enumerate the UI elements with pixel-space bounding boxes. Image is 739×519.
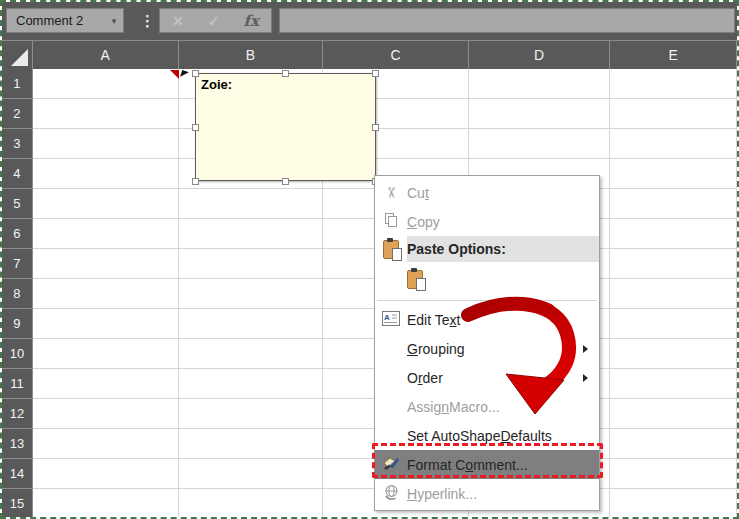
row-header-11[interactable]: 11 bbox=[2, 369, 33, 399]
cell-A11[interactable] bbox=[33, 369, 179, 399]
cell-E6[interactable] bbox=[610, 219, 737, 249]
cell-A1[interactable] bbox=[33, 69, 179, 99]
cell-E12[interactable] bbox=[610, 399, 737, 429]
formula-bar-input[interactable] bbox=[279, 8, 735, 33]
cell-D3[interactable] bbox=[469, 129, 611, 159]
row-header-15[interactable]: 15 bbox=[2, 489, 33, 519]
menu-item-set-autoshape-defaults[interactable]: Set AutoShape Defaults bbox=[375, 421, 599, 450]
cell-E4[interactable] bbox=[610, 159, 737, 189]
cell-E2[interactable] bbox=[610, 99, 737, 129]
cell-E13[interactable] bbox=[610, 429, 737, 459]
sheet-row: 7 bbox=[2, 249, 737, 279]
selection-handle[interactable] bbox=[282, 178, 289, 185]
cell-B10[interactable] bbox=[179, 339, 324, 369]
cell-E11[interactable] bbox=[610, 369, 737, 399]
cell-B5[interactable] bbox=[179, 189, 324, 219]
row-header-8[interactable]: 8 bbox=[2, 279, 33, 309]
cell-E8[interactable] bbox=[610, 279, 737, 309]
column-header-E[interactable]: E bbox=[610, 41, 737, 69]
cell-E5[interactable] bbox=[610, 189, 737, 219]
selection-handle[interactable] bbox=[192, 124, 199, 131]
menu-item-cut: ✂ Cut bbox=[375, 178, 599, 207]
menu-item-grouping[interactable]: Grouping bbox=[375, 334, 599, 363]
selection-handle[interactable] bbox=[372, 70, 379, 77]
selection-handle[interactable] bbox=[192, 70, 199, 77]
menu-item-copy: Copy bbox=[375, 207, 599, 236]
row-header-2[interactable]: 2 bbox=[2, 99, 33, 129]
selection-handle[interactable] bbox=[282, 70, 289, 77]
row-header-3[interactable]: 3 bbox=[2, 129, 33, 159]
cell-B7[interactable] bbox=[179, 249, 324, 279]
insert-function-icon[interactable]: fx bbox=[244, 12, 259, 30]
cell-A3[interactable] bbox=[33, 129, 179, 159]
svg-text:A: A bbox=[384, 313, 390, 322]
paste-option-keep-source-icon[interactable] bbox=[407, 270, 423, 289]
name-box-dropdown-icon[interactable]: ▾ bbox=[105, 16, 123, 26]
cell-A10[interactable] bbox=[33, 339, 179, 369]
row-header-13[interactable]: 13 bbox=[2, 429, 33, 459]
column-header-D[interactable]: D bbox=[469, 41, 611, 69]
row-header-4[interactable]: 4 bbox=[2, 159, 33, 189]
cell-A5[interactable] bbox=[33, 189, 179, 219]
cell-D1[interactable] bbox=[469, 69, 611, 99]
cell-A13[interactable] bbox=[33, 429, 179, 459]
sheet-row: 11 bbox=[2, 369, 737, 399]
cell-A9[interactable] bbox=[33, 309, 179, 339]
cell-E15[interactable] bbox=[610, 489, 737, 519]
cell-B12[interactable] bbox=[179, 399, 324, 429]
menu-item-format-comment[interactable]: Format Comment... bbox=[375, 450, 599, 479]
cell-B8[interactable] bbox=[179, 279, 324, 309]
row-header-12[interactable]: 12 bbox=[2, 399, 33, 429]
cell-E9[interactable] bbox=[610, 309, 737, 339]
column-header-C[interactable]: C bbox=[323, 41, 469, 69]
excel-window: Comment 2 ▾ ⋮ ✕ ✓ fx ABCDE 1234567891011… bbox=[0, 0, 739, 519]
cell-E1[interactable] bbox=[610, 69, 737, 99]
cell-E14[interactable] bbox=[610, 459, 737, 489]
cell-A2[interactable] bbox=[33, 99, 179, 129]
menu-item-grouping-label: Grouping bbox=[407, 334, 583, 363]
paste-icon bbox=[383, 240, 399, 259]
row-header-14[interactable]: 14 bbox=[2, 459, 33, 489]
row-header-6[interactable]: 6 bbox=[2, 219, 33, 249]
cell-A14[interactable] bbox=[33, 459, 179, 489]
cell-E3[interactable] bbox=[610, 129, 737, 159]
row-header-7[interactable]: 7 bbox=[2, 249, 33, 279]
name-box[interactable]: Comment 2 ▾ bbox=[6, 8, 124, 33]
cell-B6[interactable] bbox=[179, 219, 324, 249]
cell-A7[interactable] bbox=[33, 249, 179, 279]
edit-text-icon: A bbox=[382, 311, 400, 329]
cell-E7[interactable] bbox=[610, 249, 737, 279]
cell-B14[interactable] bbox=[179, 459, 324, 489]
selection-handle[interactable] bbox=[372, 124, 379, 131]
row-header-10[interactable]: 10 bbox=[2, 339, 33, 369]
cell-A15[interactable] bbox=[33, 489, 179, 519]
cell-A8[interactable] bbox=[33, 279, 179, 309]
comment-box[interactable]: Zoie: bbox=[195, 73, 376, 181]
sheet-row: 14 bbox=[2, 459, 737, 489]
row-header-9[interactable]: 9 bbox=[2, 309, 33, 339]
submenu-arrow-icon bbox=[583, 345, 588, 353]
menu-item-edit-text[interactable]: A Edit Text bbox=[375, 305, 599, 334]
cell-B11[interactable] bbox=[179, 369, 324, 399]
cell-E10[interactable] bbox=[610, 339, 737, 369]
cell-B13[interactable] bbox=[179, 429, 324, 459]
column-header-B[interactable]: B bbox=[179, 41, 324, 69]
copy-icon bbox=[383, 212, 399, 231]
cell-A12[interactable] bbox=[33, 399, 179, 429]
cell-A6[interactable] bbox=[33, 219, 179, 249]
menu-item-order[interactable]: Order bbox=[375, 363, 599, 392]
select-all-button[interactable] bbox=[2, 41, 33, 69]
cut-icon: ✂ bbox=[382, 186, 400, 199]
menu-item-paste-options: Paste Options: bbox=[375, 236, 599, 262]
sheet-row: 12 bbox=[2, 399, 737, 429]
cell-A4[interactable] bbox=[33, 159, 179, 189]
cell-B15[interactable] bbox=[179, 489, 324, 519]
row-header-5[interactable]: 5 bbox=[2, 189, 33, 219]
selection-handle[interactable] bbox=[192, 178, 199, 185]
submenu-arrow-icon bbox=[583, 374, 588, 382]
column-header-A[interactable]: A bbox=[33, 41, 179, 69]
sheet-row: 15 bbox=[2, 489, 737, 519]
cell-D2[interactable] bbox=[469, 99, 611, 129]
row-header-1[interactable]: 1 bbox=[2, 69, 33, 99]
cell-B9[interactable] bbox=[179, 309, 324, 339]
